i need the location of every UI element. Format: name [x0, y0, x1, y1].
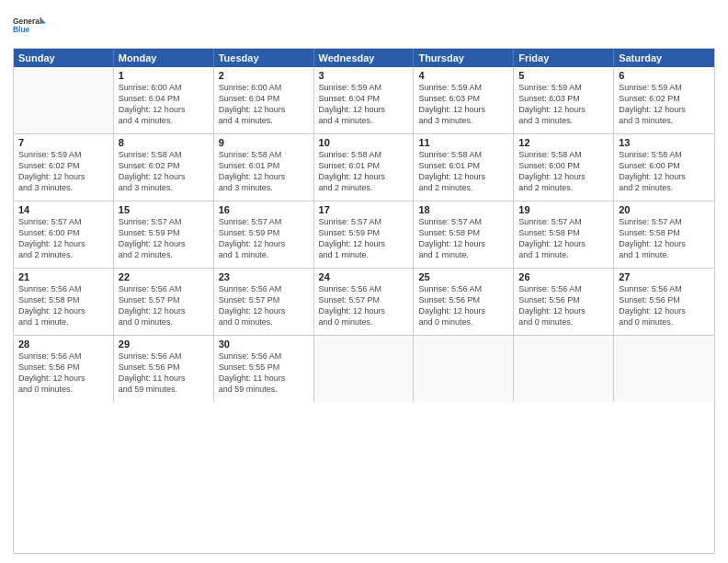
calendar-cell: 24Sunrise: 5:56 AM Sunset: 5:57 PM Dayli… [314, 269, 415, 335]
calendar-cell: 5Sunrise: 5:59 AM Sunset: 6:03 PM Daylig… [514, 67, 614, 133]
day-info: Sunrise: 5:58 AM Sunset: 6:02 PM Dayligh… [119, 149, 209, 194]
day-number: 27 [619, 271, 710, 282]
weekday-header: Tuesday [214, 49, 314, 67]
calendar-cell: 22Sunrise: 5:56 AM Sunset: 5:57 PM Dayli… [114, 269, 214, 335]
weekday-header: Sunday [14, 49, 114, 67]
calendar-cell: 26Sunrise: 5:56 AM Sunset: 5:56 PM Dayli… [514, 269, 614, 335]
day-number: 4 [418, 70, 508, 81]
calendar-cell: 15Sunrise: 5:57 AM Sunset: 5:59 PM Dayli… [114, 201, 214, 268]
day-info: Sunrise: 5:57 AM Sunset: 5:59 PM Dayligh… [219, 216, 309, 261]
weekday-header: Friday [514, 49, 614, 67]
svg-text:Blue: Blue [13, 25, 30, 34]
calendar-cell: 16Sunrise: 5:57 AM Sunset: 5:59 PM Dayli… [214, 201, 314, 268]
day-info: Sunrise: 5:58 AM Sunset: 6:01 PM Dayligh… [418, 149, 508, 194]
day-number: 19 [518, 204, 609, 215]
day-info: Sunrise: 5:56 AM Sunset: 5:57 PM Dayligh… [319, 283, 409, 328]
day-number: 8 [119, 137, 209, 148]
calendar-cell: 11Sunrise: 5:58 AM Sunset: 6:01 PM Dayli… [414, 134, 514, 201]
weekday-header: Thursday [414, 49, 514, 67]
calendar-cell: 1Sunrise: 6:00 AM Sunset: 6:04 PM Daylig… [114, 67, 214, 133]
calendar-cell: 21Sunrise: 5:56 AM Sunset: 5:58 PM Dayli… [14, 269, 114, 335]
calendar-cell: 4Sunrise: 5:59 AM Sunset: 6:03 PM Daylig… [414, 67, 514, 133]
logo: General Blue [13, 9, 46, 42]
weekday-header: Monday [114, 49, 214, 67]
day-number: 9 [219, 137, 309, 148]
day-number: 28 [18, 339, 108, 350]
day-number: 23 [219, 271, 309, 282]
day-number: 5 [518, 70, 609, 81]
day-number: 12 [518, 137, 609, 148]
day-number: 17 [319, 204, 409, 215]
calendar-cell: 19Sunrise: 5:57 AM Sunset: 5:58 PM Dayli… [514, 201, 614, 268]
day-number: 13 [619, 137, 710, 148]
day-number: 7 [18, 137, 108, 148]
calendar-cell [514, 336, 614, 402]
day-number: 18 [418, 204, 508, 215]
calendar-cell: 28Sunrise: 5:56 AM Sunset: 5:56 PM Dayli… [14, 336, 114, 402]
day-number: 22 [119, 271, 209, 282]
calendar-body: 1Sunrise: 6:00 AM Sunset: 6:04 PM Daylig… [14, 67, 714, 402]
day-info: Sunrise: 5:56 AM Sunset: 5:55 PM Dayligh… [219, 350, 309, 396]
day-number: 14 [18, 204, 108, 215]
day-info: Sunrise: 5:57 AM Sunset: 6:00 PM Dayligh… [18, 216, 108, 261]
day-info: Sunrise: 5:59 AM Sunset: 6:03 PM Dayligh… [518, 82, 609, 127]
calendar-cell [414, 336, 514, 402]
calendar-header: SundayMondayTuesdayWednesdayThursdayFrid… [14, 49, 714, 67]
calendar-cell: 23Sunrise: 5:56 AM Sunset: 5:57 PM Dayli… [214, 269, 314, 335]
weekday-header: Saturday [614, 49, 714, 67]
day-info: Sunrise: 5:56 AM Sunset: 5:57 PM Dayligh… [219, 283, 309, 328]
day-info: Sunrise: 5:56 AM Sunset: 5:56 PM Dayligh… [18, 350, 108, 396]
page: General Blue SundayMondayTuesdayWednesda… [0, 0, 728, 563]
day-info: Sunrise: 5:57 AM Sunset: 5:58 PM Dayligh… [619, 216, 710, 261]
calendar-cell: 9Sunrise: 5:58 AM Sunset: 6:01 PM Daylig… [214, 134, 314, 201]
day-info: Sunrise: 6:00 AM Sunset: 6:04 PM Dayligh… [219, 82, 309, 127]
day-info: Sunrise: 5:59 AM Sunset: 6:04 PM Dayligh… [319, 82, 409, 127]
day-info: Sunrise: 5:56 AM Sunset: 5:56 PM Dayligh… [418, 283, 508, 328]
day-info: Sunrise: 5:57 AM Sunset: 5:58 PM Dayligh… [418, 216, 508, 261]
day-info: Sunrise: 5:56 AM Sunset: 5:57 PM Dayligh… [119, 283, 209, 328]
calendar-week-row: 28Sunrise: 5:56 AM Sunset: 5:56 PM Dayli… [14, 335, 714, 402]
day-info: Sunrise: 5:56 AM Sunset: 5:56 PM Dayligh… [619, 283, 710, 328]
calendar-cell: 18Sunrise: 5:57 AM Sunset: 5:58 PM Dayli… [414, 201, 514, 268]
day-number: 21 [18, 271, 108, 282]
calendar-cell: 27Sunrise: 5:56 AM Sunset: 5:56 PM Dayli… [614, 269, 714, 335]
calendar-cell: 29Sunrise: 5:56 AM Sunset: 5:56 PM Dayli… [114, 336, 214, 402]
calendar-week-row: 14Sunrise: 5:57 AM Sunset: 6:00 PM Dayli… [14, 201, 714, 268]
day-info: Sunrise: 5:57 AM Sunset: 5:59 PM Dayligh… [119, 216, 209, 261]
day-number: 11 [418, 137, 508, 148]
calendar-cell: 20Sunrise: 5:57 AM Sunset: 5:58 PM Dayli… [614, 201, 714, 268]
day-number: 6 [619, 70, 710, 81]
logo-svg: General Blue [13, 9, 46, 42]
day-info: Sunrise: 5:59 AM Sunset: 6:02 PM Dayligh… [619, 82, 710, 127]
day-number: 29 [119, 339, 209, 350]
calendar-cell [614, 336, 714, 402]
day-info: Sunrise: 5:58 AM Sunset: 6:01 PM Dayligh… [319, 149, 409, 194]
day-number: 25 [418, 271, 508, 282]
day-number: 1 [119, 70, 209, 81]
day-number: 30 [219, 339, 309, 350]
day-info: Sunrise: 5:57 AM Sunset: 5:58 PM Dayligh… [518, 216, 609, 261]
day-number: 16 [219, 204, 309, 215]
day-info: Sunrise: 5:59 AM Sunset: 6:03 PM Dayligh… [418, 82, 508, 127]
calendar-cell: 13Sunrise: 5:58 AM Sunset: 6:00 PM Dayli… [614, 134, 714, 201]
day-number: 24 [319, 271, 409, 282]
calendar-cell: 7Sunrise: 5:59 AM Sunset: 6:02 PM Daylig… [14, 134, 114, 201]
day-info: Sunrise: 5:57 AM Sunset: 5:59 PM Dayligh… [319, 216, 409, 261]
day-number: 2 [219, 70, 309, 81]
svg-marker-2 [41, 19, 46, 24]
day-number: 10 [319, 137, 409, 148]
calendar-cell: 12Sunrise: 5:58 AM Sunset: 6:00 PM Dayli… [514, 134, 614, 201]
calendar-week-row: 21Sunrise: 5:56 AM Sunset: 5:58 PM Dayli… [14, 268, 714, 335]
calendar-cell [14, 67, 114, 133]
day-info: Sunrise: 6:00 AM Sunset: 6:04 PM Dayligh… [119, 82, 209, 127]
calendar-cell: 30Sunrise: 5:56 AM Sunset: 5:55 PM Dayli… [214, 336, 314, 402]
weekday-header: Wednesday [314, 49, 415, 67]
calendar-cell: 10Sunrise: 5:58 AM Sunset: 6:01 PM Dayli… [314, 134, 415, 201]
day-number: 3 [319, 70, 409, 81]
calendar-week-row: 1Sunrise: 6:00 AM Sunset: 6:04 PM Daylig… [14, 67, 714, 133]
day-info: Sunrise: 5:56 AM Sunset: 5:58 PM Dayligh… [18, 283, 108, 328]
day-number: 26 [518, 271, 609, 282]
calendar-cell: 8Sunrise: 5:58 AM Sunset: 6:02 PM Daylig… [114, 134, 214, 201]
day-info: Sunrise: 5:56 AM Sunset: 5:56 PM Dayligh… [518, 283, 609, 328]
day-info: Sunrise: 5:56 AM Sunset: 5:56 PM Dayligh… [119, 350, 209, 396]
